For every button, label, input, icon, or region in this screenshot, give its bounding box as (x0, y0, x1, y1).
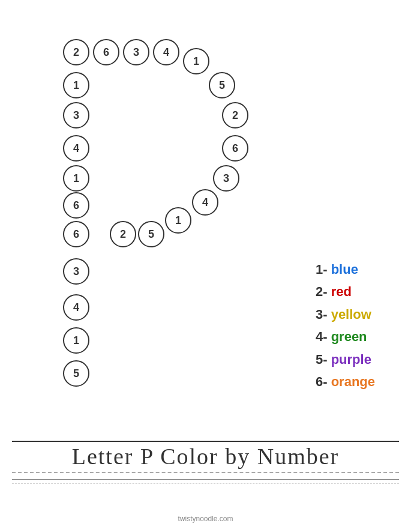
circle-1: 6 (93, 39, 119, 65)
legend-label-0: blue (331, 262, 358, 277)
legend-item-0: 1- blue (316, 258, 375, 280)
footer-text: twistynoodle.com (178, 515, 233, 523)
legend-label-3: green (331, 329, 367, 344)
page-title: Letter P Color by Number (12, 443, 399, 470)
footer: twistynoodle.com (0, 515, 411, 523)
dashed-line-1 (12, 472, 399, 473)
circle-9: 4 (192, 189, 218, 216)
circle-7: 6 (222, 135, 248, 162)
legend-number-2: 3- (316, 307, 328, 322)
legend-item-2: 3- yellow (316, 303, 375, 325)
bottom-line (12, 479, 399, 480)
circle-11: 5 (138, 221, 164, 247)
circle-18: 6 (63, 192, 89, 219)
title-top-line (12, 441, 399, 442)
circle-21: 1 (63, 327, 89, 354)
legend-label-5: orange (331, 374, 375, 389)
circle-15: 3 (63, 102, 89, 128)
circle-16: 4 (63, 135, 89, 162)
legend-number-4: 5- (316, 352, 328, 367)
circle-13: 6 (63, 221, 89, 247)
legend-item-4: 5- purple (316, 348, 375, 370)
circle-17: 1 (63, 165, 89, 192)
circle-19: 3 (63, 258, 89, 285)
circle-5: 5 (209, 72, 235, 98)
circle-3: 4 (153, 39, 179, 65)
circle-12: 2 (110, 221, 136, 247)
legend-number-0: 1- (316, 262, 328, 277)
legend-label-2: yellow (331, 307, 371, 322)
circle-22: 5 (63, 360, 89, 387)
legend-item-1: 2- red (316, 280, 375, 303)
circle-10: 1 (165, 207, 191, 234)
page: 26341526341526134163415 1- blue2- red3- … (0, 0, 411, 532)
legend-number-3: 4- (316, 329, 328, 344)
title-area: Letter P Color by Number (12, 441, 399, 484)
circle-8: 3 (213, 165, 239, 192)
legend-item-5: 6- orange (316, 370, 375, 393)
legend-number-1: 2- (316, 284, 328, 299)
circle-20: 4 (63, 294, 89, 321)
circle-2: 3 (123, 39, 149, 65)
legend: 1- blue2- red3- yellow4- green5- purple6… (316, 258, 375, 393)
dashed-line-2 (12, 483, 399, 484)
circle-0: 2 (63, 39, 89, 65)
legend-label-1: red (331, 284, 352, 299)
circle-14: 1 (63, 72, 89, 98)
legend-label-4: purple (331, 352, 371, 367)
legend-item-3: 4- green (316, 325, 375, 348)
circle-4: 1 (183, 48, 209, 74)
legend-number-5: 6- (316, 374, 328, 389)
circle-6: 2 (222, 102, 248, 128)
